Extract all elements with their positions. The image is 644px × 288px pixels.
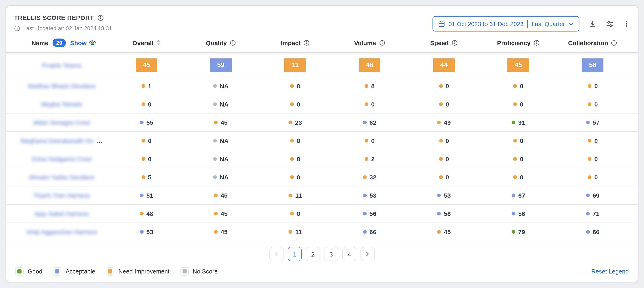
date-range-button[interactable]: 01 Oct 2023 to 31 Dec 2023 Last Quarter bbox=[432, 16, 580, 32]
score-dot bbox=[439, 175, 443, 179]
score-dot bbox=[588, 175, 592, 179]
score-dot bbox=[586, 230, 590, 234]
score-dot bbox=[213, 175, 217, 179]
score-cell: 0 bbox=[556, 137, 630, 144]
score-value: 79 bbox=[518, 228, 525, 235]
column-header-label: Volume bbox=[354, 39, 376, 46]
score-value: 49 bbox=[444, 119, 451, 126]
member-name-link[interactable]: Thanh Tran Harness bbox=[33, 192, 90, 199]
score-dot bbox=[365, 84, 368, 88]
score-dot bbox=[439, 102, 443, 106]
summary-score-cell: 58 bbox=[556, 58, 630, 72]
member-name-link[interactable]: Madhav Bhash Devdans bbox=[28, 83, 96, 90]
score-dot bbox=[213, 102, 217, 106]
next-page-button[interactable] bbox=[360, 247, 374, 261]
score-dot bbox=[214, 121, 218, 124]
page-button[interactable]: 3 bbox=[324, 247, 338, 261]
team-name-cell: Projets Teams bbox=[14, 62, 109, 69]
team-name-link[interactable]: Projets Teams bbox=[42, 62, 81, 69]
member-name-link[interactable]: Megha Tetrads bbox=[41, 101, 82, 108]
page-button[interactable]: 4 bbox=[342, 247, 356, 261]
legend-item-need-improvement[interactable]: Need Improvement bbox=[106, 267, 170, 275]
footer: GoodAcceptableNeed ImprovementNo Score R… bbox=[14, 267, 630, 275]
score-dot bbox=[437, 212, 441, 215]
sliders-icon bbox=[606, 20, 613, 28]
legend-item-no-score[interactable]: No Score bbox=[180, 267, 218, 275]
score-value: 91 bbox=[518, 119, 525, 126]
score-dot bbox=[290, 212, 294, 215]
score-cell: 62 bbox=[332, 119, 407, 126]
settings-filter-button[interactable] bbox=[606, 20, 613, 28]
score-cell: 0 bbox=[332, 137, 407, 144]
score-cell: NA bbox=[184, 83, 258, 90]
score-cell: 67 bbox=[481, 192, 556, 199]
score-value: 0 bbox=[148, 137, 152, 144]
column-header-impact[interactable]: Impact bbox=[258, 39, 332, 46]
column-header-label: Quality bbox=[206, 39, 227, 46]
column-header-quality[interactable]: Quality bbox=[184, 39, 258, 46]
score-cell: 0 bbox=[407, 137, 481, 144]
score-cell: 48 bbox=[109, 210, 184, 217]
score-dot bbox=[365, 102, 368, 106]
score-value: 0 bbox=[297, 101, 300, 108]
score-value: 0 bbox=[594, 174, 598, 181]
score-value: 0 bbox=[594, 83, 598, 90]
member-name-link[interactable]: Krina Hadgama Crest bbox=[32, 155, 92, 162]
title-info-icon[interactable] bbox=[97, 14, 104, 21]
reset-legend-link[interactable]: Reset Legend bbox=[591, 268, 629, 275]
score-cell: 71 bbox=[556, 210, 630, 217]
score-dot bbox=[363, 212, 366, 215]
score-value: 0 bbox=[594, 155, 598, 162]
column-header-label: Impact bbox=[280, 39, 301, 46]
member-name-link[interactable]: Ajay Saket Harness bbox=[34, 210, 89, 217]
show-label: Show bbox=[70, 39, 87, 46]
column-header-collaboration[interactable]: Collaboration bbox=[556, 39, 630, 46]
score-cell: 53 bbox=[407, 192, 481, 199]
score-dot bbox=[290, 175, 294, 179]
legend-label: Good bbox=[28, 268, 42, 275]
score-cell: 5 bbox=[109, 174, 184, 181]
score-cell: 0 bbox=[407, 101, 481, 108]
summary-score-cell: 59 bbox=[184, 58, 258, 72]
page-button[interactable]: 1 bbox=[288, 247, 302, 261]
member-name-cell: Krina Hadgama Crest bbox=[14, 155, 109, 162]
score-dot bbox=[437, 230, 441, 234]
column-header-speed[interactable]: Speed bbox=[407, 39, 481, 46]
score-dot bbox=[290, 84, 294, 88]
member-name-link[interactable]: Shivam Yadav Devdans bbox=[29, 174, 94, 181]
show-names-toggle[interactable]: Show bbox=[70, 39, 96, 46]
score-dot bbox=[289, 193, 292, 197]
score-value: 57 bbox=[593, 119, 600, 126]
score-value: 66 bbox=[593, 228, 600, 235]
score-cell: 0 bbox=[407, 155, 481, 162]
chevron-right-icon bbox=[366, 251, 369, 256]
score-cell: 53 bbox=[109, 228, 184, 235]
score-cell: 56 bbox=[481, 210, 556, 217]
legend-item-acceptable[interactable]: Acceptable bbox=[53, 267, 96, 275]
score-value: 58 bbox=[444, 210, 451, 217]
score-value: 0 bbox=[594, 101, 598, 108]
sort-icon[interactable] bbox=[156, 39, 160, 46]
member-name-link[interactable]: Milan Sonagra Crest bbox=[33, 119, 90, 126]
score-value: 0 bbox=[520, 174, 524, 181]
legend-label: Need Improvement bbox=[118, 268, 170, 275]
score-cell: 45 bbox=[184, 192, 258, 199]
column-header-proficiency[interactable]: Proficiency bbox=[481, 39, 556, 46]
score-value: 45 bbox=[220, 192, 228, 199]
page-button[interactable]: 2 bbox=[306, 247, 320, 261]
score-box: 44 bbox=[433, 58, 455, 72]
column-header-volume[interactable]: Volume bbox=[332, 39, 407, 46]
member-name-link[interactable]: Meghana Deerakanath Ho bbox=[21, 137, 94, 144]
score-value: 48 bbox=[146, 210, 153, 217]
score-value: 0 bbox=[148, 155, 152, 162]
member-row: Ajay Saket Harness4845056585671 bbox=[6, 205, 638, 223]
legend-item-good[interactable]: Good bbox=[15, 267, 42, 275]
download-button[interactable] bbox=[589, 20, 596, 28]
summary-row: Projets Teams45591148444558 bbox=[6, 54, 638, 77]
column-header-overall[interactable]: Overall bbox=[109, 39, 184, 46]
score-cell: 0 bbox=[481, 83, 556, 90]
member-name-link[interactable]: Vinip Agganshan Harness bbox=[26, 228, 98, 235]
prev-page-button[interactable] bbox=[270, 247, 284, 261]
score-cell: 8 bbox=[332, 83, 407, 90]
more-options-button[interactable] bbox=[623, 20, 630, 27]
